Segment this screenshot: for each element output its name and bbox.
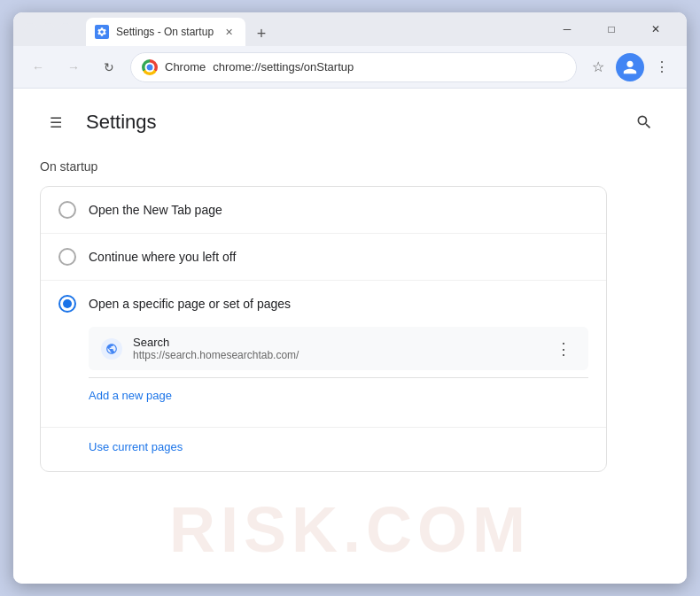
close-button-top[interactable]: ✕ — [59, 23, 72, 35]
use-current-pages-link[interactable]: Use current pages — [89, 437, 183, 457]
window-maximize-button[interactable]: □ — [591, 15, 632, 43]
window-controls: − □ ✕ — [24, 23, 72, 35]
sub-page-row: Search https://search.homesearchtab.com/… — [89, 327, 588, 370]
page-header: ☰ Settings — [40, 106, 660, 138]
hamburger-button[interactable]: ☰ — [40, 106, 72, 138]
options-card: Open the New Tab page Continue where you… — [40, 186, 607, 472]
separator — [89, 377, 588, 378]
active-tab[interactable]: Settings - On startup ✕ — [86, 18, 245, 46]
settings-search-button[interactable] — [628, 106, 660, 138]
reload-button[interactable]: ↻ — [95, 53, 123, 81]
chrome-label: Chrome — [165, 60, 206, 74]
option-continue-label: Continue where you left off — [89, 250, 236, 264]
page-header-left: ☰ Settings — [40, 106, 157, 138]
tab-bar: Settings - On startup ✕ + — [79, 12, 540, 46]
back-button[interactable]: ← — [24, 53, 52, 81]
sub-option-area: Search https://search.homesearchtab.com/… — [41, 327, 606, 427]
option-specific[interactable]: Open a specific page or set of pages — [41, 280, 606, 327]
browser-window: − □ ✕ Settings - On startup ✕ + — [13, 12, 687, 584]
add-new-page-link[interactable]: Add a new page — [89, 385, 172, 406]
radio-specific[interactable] — [58, 295, 76, 313]
bookmark-button[interactable]: ☆ — [584, 53, 612, 81]
radio-new-tab[interactable] — [58, 201, 76, 219]
address-text: chrome://settings/onStartup — [213, 60, 354, 74]
forward-button[interactable]: → — [59, 53, 88, 81]
window-close-button[interactable]: ✕ — [635, 15, 676, 43]
maximize-button[interactable]: □ — [42, 23, 54, 35]
new-tab-button[interactable]: + — [249, 21, 274, 46]
page-title: Settings — [86, 111, 157, 134]
watermark: RISK.COM — [13, 493, 687, 566]
tab-settings-icon — [95, 25, 109, 39]
option-new-tab[interactable]: Open the New Tab page — [41, 187, 606, 233]
option-specific-label: Open a specific page or set of pages — [89, 297, 291, 311]
sub-page-info: Search https://search.homesearchtab.com/ — [133, 336, 541, 361]
sub-page-name: Search — [133, 336, 541, 349]
tab-close-button[interactable]: ✕ — [221, 24, 237, 40]
window-minimize-button[interactable]: ─ — [547, 15, 587, 43]
address-bar[interactable]: Chrome chrome://settings/onStartup — [130, 52, 577, 82]
sub-page-url: https://search.homesearchtab.com/ — [133, 349, 541, 361]
title-bar-controls: ─ □ ✕ — [547, 15, 676, 43]
tab-title: Settings - On startup — [116, 26, 214, 38]
nav-bar: ← → ↻ Chrome chrome://settings/onStartup… — [13, 46, 687, 89]
use-current-area: Use current pages — [41, 427, 606, 471]
option-continue[interactable]: Continue where you left off — [41, 233, 606, 280]
sub-page-menu-button[interactable]: ⋮ — [551, 337, 576, 361]
page-globe-icon — [101, 338, 122, 360]
title-bar: − □ ✕ Settings - On startup ✕ + — [13, 12, 687, 46]
chrome-menu-button[interactable]: ⋮ — [648, 53, 676, 81]
option-new-tab-label: Open the New Tab page — [89, 203, 222, 217]
section-label: On startup — [40, 159, 660, 174]
radio-continue[interactable] — [58, 248, 76, 266]
chrome-logo-icon — [142, 59, 158, 75]
content-area: ☰ Settings On startup Open the New Tab p… — [13, 89, 687, 584]
profile-button[interactable] — [616, 53, 644, 81]
minimize-button[interactable]: − — [24, 23, 36, 35]
nav-right-controls: ☆ ⋮ — [584, 53, 676, 81]
